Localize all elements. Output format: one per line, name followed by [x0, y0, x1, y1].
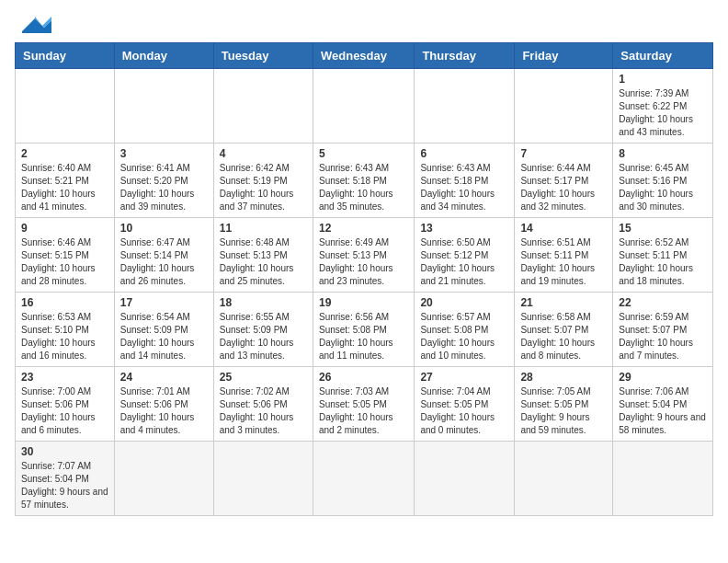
day-number: 25 [220, 371, 307, 384]
calendar-cell: 18Sunrise: 6:55 AM Sunset: 5:09 PM Dayli… [213, 293, 313, 367]
calendar-cell: 14Sunrise: 6:51 AM Sunset: 5:11 PM Dayli… [515, 218, 613, 293]
day-info: Sunrise: 6:42 AM Sunset: 5:19 PM Dayligh… [220, 162, 307, 213]
day-info: Sunrise: 6:54 AM Sunset: 5:09 PM Dayligh… [120, 311, 208, 362]
day-info: Sunrise: 6:49 AM Sunset: 5:13 PM Dayligh… [319, 236, 408, 288]
day-info: Sunrise: 6:52 AM Sunset: 5:11 PM Dayligh… [619, 236, 707, 288]
calendar-cell [313, 442, 414, 516]
calendar-cell: 12Sunrise: 6:49 AM Sunset: 5:13 PM Dayli… [313, 218, 414, 293]
calendar-header-thursday: Thursday [415, 43, 515, 69]
calendar-cell: 29Sunrise: 7:06 AM Sunset: 5:04 PM Dayli… [613, 367, 713, 442]
calendar-cell: 10Sunrise: 6:47 AM Sunset: 5:14 PM Dayli… [114, 218, 213, 293]
calendar-cell: 16Sunrise: 6:53 AM Sunset: 5:10 PM Dayli… [16, 293, 115, 367]
calendar-cell: 1Sunrise: 7:39 AM Sunset: 6:22 PM Daylig… [613, 69, 713, 144]
calendar-cell: 28Sunrise: 7:05 AM Sunset: 5:05 PM Dayli… [515, 367, 613, 442]
calendar-cell: 8Sunrise: 6:45 AM Sunset: 5:16 PM Daylig… [613, 144, 713, 218]
calendar-week-5: 23Sunrise: 7:00 AM Sunset: 5:06 PM Dayli… [16, 367, 713, 442]
day-info: Sunrise: 6:43 AM Sunset: 5:18 PM Dayligh… [319, 162, 408, 213]
day-number: 23 [21, 371, 108, 384]
calendar-cell: 26Sunrise: 7:03 AM Sunset: 5:05 PM Dayli… [313, 367, 414, 442]
calendar-cell: 3Sunrise: 6:41 AM Sunset: 5:20 PM Daylig… [114, 144, 213, 218]
day-number: 18 [220, 296, 307, 309]
calendar-header-row: SundayMondayTuesdayWednesdayThursdayFrid… [16, 43, 713, 69]
calendar-cell: 24Sunrise: 7:01 AM Sunset: 5:06 PM Dayli… [114, 367, 213, 442]
calendar-cell: 21Sunrise: 6:58 AM Sunset: 5:07 PM Dayli… [515, 293, 613, 367]
calendar-cell: 23Sunrise: 7:00 AM Sunset: 5:06 PM Dayli… [16, 367, 115, 442]
day-number: 15 [619, 222, 707, 235]
day-info: Sunrise: 7:06 AM Sunset: 5:04 PM Dayligh… [619, 385, 707, 437]
calendar-header-wednesday: Wednesday [313, 43, 414, 69]
day-number: 9 [21, 222, 108, 235]
day-number: 19 [319, 296, 408, 309]
day-info: Sunrise: 6:40 AM Sunset: 5:21 PM Dayligh… [21, 162, 108, 213]
calendar-cell [415, 69, 515, 144]
day-number: 22 [619, 296, 707, 309]
day-number: 12 [319, 222, 408, 235]
day-number: 21 [520, 296, 607, 309]
calendar-cell: 25Sunrise: 7:02 AM Sunset: 5:06 PM Dayli… [213, 367, 313, 442]
day-number: 27 [420, 371, 508, 384]
calendar-header-tuesday: Tuesday [213, 43, 313, 69]
day-info: Sunrise: 7:01 AM Sunset: 5:06 PM Dayligh… [120, 385, 208, 437]
calendar-cell: 27Sunrise: 7:04 AM Sunset: 5:05 PM Dayli… [415, 367, 515, 442]
calendar-cell: 17Sunrise: 6:54 AM Sunset: 5:09 PM Dayli… [114, 293, 213, 367]
day-info: Sunrise: 7:03 AM Sunset: 5:05 PM Dayligh… [319, 385, 408, 437]
svg-marker-0 [22, 18, 51, 33]
day-number: 4 [220, 147, 307, 160]
calendar-cell [16, 69, 115, 144]
calendar-week-3: 9Sunrise: 6:46 AM Sunset: 5:15 PM Daylig… [16, 218, 713, 293]
day-info: Sunrise: 6:41 AM Sunset: 5:20 PM Dayligh… [120, 162, 208, 213]
day-number: 14 [520, 222, 607, 235]
calendar-cell: 7Sunrise: 6:44 AM Sunset: 5:17 PM Daylig… [515, 144, 613, 218]
day-info: Sunrise: 6:53 AM Sunset: 5:10 PM Dayligh… [21, 311, 108, 362]
day-info: Sunrise: 6:45 AM Sunset: 5:16 PM Dayligh… [619, 162, 707, 213]
day-number: 1 [619, 73, 707, 86]
calendar-week-1: 1Sunrise: 7:39 AM Sunset: 6:22 PM Daylig… [16, 69, 713, 144]
day-info: Sunrise: 6:57 AM Sunset: 5:08 PM Dayligh… [420, 311, 508, 362]
calendar-cell [515, 442, 613, 516]
day-number: 8 [619, 147, 707, 160]
page-header [15, 15, 713, 35]
day-info: Sunrise: 6:46 AM Sunset: 5:15 PM Dayligh… [21, 236, 108, 288]
calendar-cell [114, 69, 213, 144]
calendar-cell [415, 442, 515, 516]
calendar-cell [213, 442, 313, 516]
calendar-cell [114, 442, 213, 516]
calendar-cell: 19Sunrise: 6:56 AM Sunset: 5:08 PM Dayli… [313, 293, 414, 367]
calendar-cell: 5Sunrise: 6:43 AM Sunset: 5:18 PM Daylig… [313, 144, 414, 218]
day-number: 10 [120, 222, 208, 235]
calendar-week-2: 2Sunrise: 6:40 AM Sunset: 5:21 PM Daylig… [16, 144, 713, 218]
calendar-table: SundayMondayTuesdayWednesdayThursdayFrid… [15, 42, 713, 516]
calendar-week-4: 16Sunrise: 6:53 AM Sunset: 5:10 PM Dayli… [16, 293, 713, 367]
day-info: Sunrise: 7:04 AM Sunset: 5:05 PM Dayligh… [420, 385, 508, 437]
day-info: Sunrise: 6:47 AM Sunset: 5:14 PM Dayligh… [120, 236, 208, 288]
day-number: 29 [619, 371, 707, 384]
day-number: 17 [120, 296, 208, 309]
day-info: Sunrise: 6:55 AM Sunset: 5:09 PM Dayligh… [220, 311, 307, 362]
day-number: 20 [420, 296, 508, 309]
logo-icon [18, 15, 51, 35]
day-number: 2 [21, 147, 108, 160]
calendar-cell: 4Sunrise: 6:42 AM Sunset: 5:19 PM Daylig… [213, 144, 313, 218]
calendar-cell: 20Sunrise: 6:57 AM Sunset: 5:08 PM Dayli… [415, 293, 515, 367]
calendar-cell: 9Sunrise: 6:46 AM Sunset: 5:15 PM Daylig… [16, 218, 115, 293]
day-number: 28 [520, 371, 607, 384]
calendar-cell: 30Sunrise: 7:07 AM Sunset: 5:04 PM Dayli… [16, 442, 115, 516]
day-info: Sunrise: 6:44 AM Sunset: 5:17 PM Dayligh… [520, 162, 607, 213]
day-info: Sunrise: 6:56 AM Sunset: 5:08 PM Dayligh… [319, 311, 408, 362]
calendar-cell: 13Sunrise: 6:50 AM Sunset: 5:12 PM Dayli… [415, 218, 515, 293]
calendar-cell: 6Sunrise: 6:43 AM Sunset: 5:18 PM Daylig… [415, 144, 515, 218]
calendar-cell [613, 442, 713, 516]
day-number: 5 [319, 147, 408, 160]
calendar-cell [515, 69, 613, 144]
day-info: Sunrise: 7:05 AM Sunset: 5:05 PM Dayligh… [520, 385, 607, 437]
calendar-header-saturday: Saturday [613, 43, 713, 69]
calendar-header-sunday: Sunday [16, 43, 115, 69]
calendar-week-6: 30Sunrise: 7:07 AM Sunset: 5:04 PM Dayli… [16, 442, 713, 516]
calendar-header-monday: Monday [114, 43, 213, 69]
calendar-cell [313, 69, 414, 144]
calendar-cell [213, 69, 313, 144]
day-info: Sunrise: 7:07 AM Sunset: 5:04 PM Dayligh… [21, 460, 108, 511]
day-number: 13 [420, 222, 508, 235]
day-number: 7 [520, 147, 607, 160]
calendar-cell: 22Sunrise: 6:59 AM Sunset: 5:07 PM Dayli… [613, 293, 713, 367]
